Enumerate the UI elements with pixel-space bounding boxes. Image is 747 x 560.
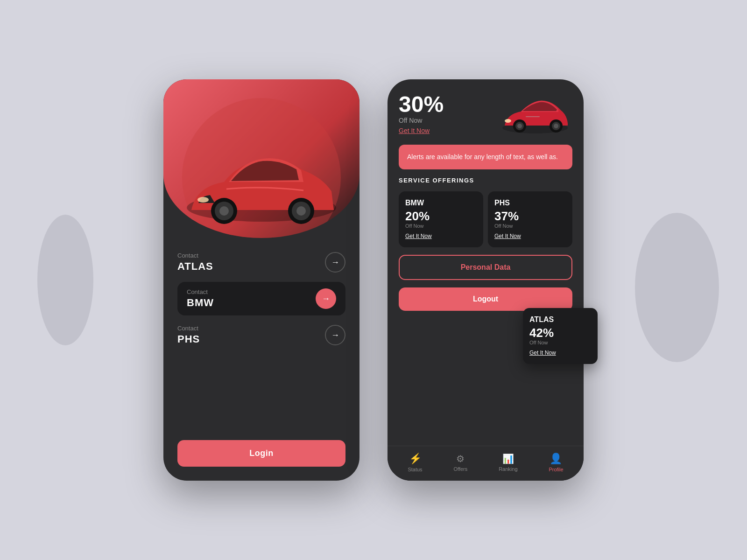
- bmw-get-it-now[interactable]: Get It Now: [405, 233, 432, 239]
- bmw-brand: BMW: [405, 199, 477, 207]
- service-card-phs[interactable]: PHS 37% Off Now Get It Now: [488, 191, 572, 247]
- left-phone-content: Contact ATLAS → Contact BMW →: [163, 238, 359, 481]
- contact-phs-name: PHS: [177, 333, 200, 345]
- bmw-arrow-button[interactable]: →: [316, 288, 336, 309]
- personal-data-button[interactable]: Personal Data: [399, 255, 572, 280]
- right-content: 30% Off Now Get It Now: [388, 79, 584, 446]
- contact-atlas-row: Contact ATLAS →: [177, 252, 345, 273]
- alert-text: Alerts are available for any length of t…: [407, 153, 558, 161]
- service-cards-container: BMW 20% Off Now Get It Now PHS 37% Off N…: [399, 191, 572, 247]
- contact-atlas-name: ATLAS: [177, 260, 213, 273]
- login-button[interactable]: Login: [177, 440, 345, 467]
- phs-arrow-button[interactable]: →: [325, 325, 345, 345]
- contact-bmw-card[interactable]: Contact BMW →: [177, 282, 345, 315]
- offers-icon: ⚙: [456, 453, 465, 464]
- nav-profile[interactable]: 👤 Profile: [549, 453, 563, 472]
- ranking-label: Ranking: [499, 466, 517, 472]
- svg-point-15: [505, 119, 511, 123]
- right-phone: 30% Off Now Get It Now: [388, 79, 584, 481]
- promo-car-image: [498, 91, 572, 137]
- ranking-icon: 📊: [502, 453, 514, 464]
- atlas-popup-brand: ATLAS: [529, 315, 591, 324]
- bottom-navigation: ⚡ Status ⚙ Offers 📊 Ranking 👤 Profile: [388, 446, 584, 481]
- nav-offers[interactable]: ⚙ Offers: [454, 453, 468, 472]
- svg-point-14: [554, 124, 558, 128]
- promo-text: 30% Off Now Get It Now: [399, 93, 444, 134]
- svg-point-7: [197, 197, 209, 203]
- service-card-bmw[interactable]: BMW 20% Off Now Get It Now: [399, 191, 483, 247]
- profile-icon: 👤: [550, 453, 562, 465]
- atlas-popup-percent: 42%: [529, 327, 591, 339]
- contact-atlas-label: Contact: [177, 252, 213, 259]
- atlas-arrow-button[interactable]: →: [325, 252, 345, 273]
- contact-atlas-item: Contact ATLAS →: [177, 252, 345, 273]
- left-phone: Contact ATLAS → Contact BMW →: [163, 79, 359, 481]
- promo-percent: 30%: [399, 93, 444, 116]
- contact-bmw-name: BMW: [187, 297, 214, 309]
- bmw-off: Off Now: [405, 223, 477, 229]
- hero-area: [163, 79, 359, 238]
- contact-bmw-text: Contact BMW: [187, 288, 214, 309]
- hero-car-image: [177, 135, 345, 238]
- atlas-popup-card[interactable]: ATLAS 42% Off Now Get It Now: [523, 308, 598, 364]
- phs-get-it-now[interactable]: Get It Now: [494, 233, 521, 239]
- phs-off: Off Now: [494, 223, 566, 229]
- right-phone-inner: 30% Off Now Get It Now: [388, 79, 584, 481]
- contact-phs-item: Contact PHS →: [177, 325, 345, 345]
- profile-label: Profile: [549, 467, 563, 472]
- phs-percent: 37%: [494, 210, 566, 222]
- nav-ranking[interactable]: 📊 Ranking: [499, 453, 517, 472]
- service-offerings-title: SERVICE OFFERINGS: [399, 177, 572, 184]
- status-label: Status: [408, 467, 422, 472]
- contact-phs-label: Contact: [177, 325, 200, 332]
- contact-phs-text: Contact PHS: [177, 325, 200, 345]
- alert-box: Alerts are available for any length of t…: [399, 145, 572, 169]
- promo-off-now: Off Now: [399, 117, 444, 124]
- status-icon: ⚡: [409, 453, 422, 465]
- contact-bmw-label: Contact: [187, 288, 214, 295]
- contact-atlas-text: Contact ATLAS: [177, 252, 213, 273]
- promo-banner: 30% Off Now Get It Now: [399, 91, 572, 137]
- svg-point-11: [517, 124, 522, 128]
- promo-get-it-now-link[interactable]: Get It Now: [399, 127, 444, 134]
- svg-point-3: [219, 206, 229, 216]
- svg-rect-16: [526, 116, 540, 117]
- atlas-popup-off: Off Now: [529, 340, 591, 345]
- logout-button[interactable]: Logout: [399, 287, 572, 311]
- offers-label: Offers: [454, 466, 468, 472]
- svg-point-6: [296, 206, 306, 216]
- phs-brand: PHS: [494, 199, 566, 207]
- nav-status[interactable]: ⚡ Status: [408, 453, 422, 472]
- contact-phs-row: Contact PHS →: [177, 325, 345, 345]
- atlas-popup-get-it-now[interactable]: Get It Now: [529, 350, 556, 356]
- bmw-percent: 20%: [405, 210, 477, 222]
